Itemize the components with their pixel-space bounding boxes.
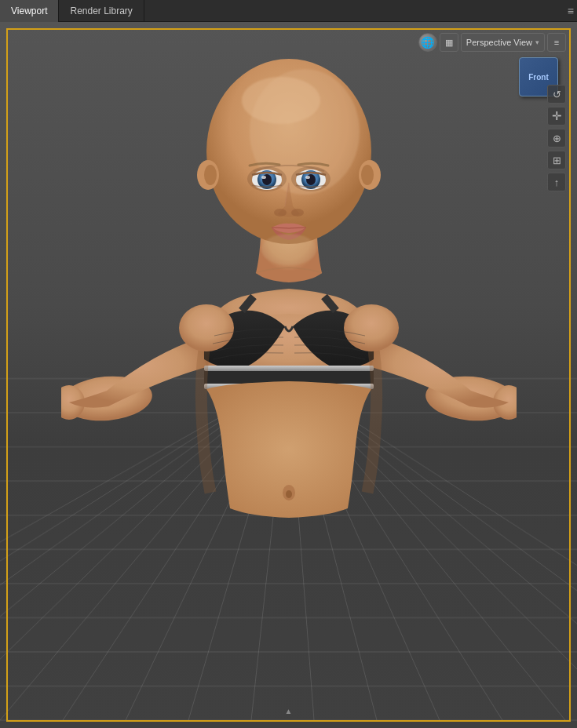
perspective-view-dropdown[interactable]: Perspective View ▾: [461, 33, 545, 52]
view-cube-label: Front: [528, 73, 549, 82]
bottom-indicator: ▲: [285, 707, 293, 715]
svg-point-17: [274, 209, 287, 217]
rotate-icon: ↺: [553, 89, 561, 100]
svg-point-6: [242, 77, 320, 124]
zoom-icon: ⊕: [553, 133, 561, 144]
tab-bar-menu-icon[interactable]: ≡: [568, 5, 574, 17]
tab-render-library-label: Render Library: [70, 5, 132, 16]
zoom-view-button[interactable]: ⊕: [547, 129, 566, 147]
chevron-down-icon: ▾: [535, 38, 539, 46]
tab-viewport-label: Viewport: [11, 5, 47, 16]
tab-bar: Viewport Render Library ≡: [0, 0, 577, 22]
top-right-controls: 🌐 ▦ Perspective View ▾ ≡ Front: [418, 33, 566, 107]
svg-point-12: [261, 176, 266, 179]
svg-point-21: [204, 165, 217, 185]
perspective-view-label: Perspective View: [466, 38, 532, 47]
side-nav-icons: ↺ ✛ ⊕ ⊞ ↑: [547, 85, 566, 191]
grid-icon-button[interactable]: ▦: [440, 33, 458, 52]
move-view-button[interactable]: ✛: [547, 107, 566, 126]
toolbar-row-top: 🌐 ▦ Perspective View ▾ ≡: [418, 33, 566, 52]
globe-icon: 🌐: [421, 36, 434, 49]
svg-point-19: [261, 234, 316, 265]
svg-point-23: [361, 165, 374, 185]
rotate-view-button[interactable]: ↺: [547, 85, 566, 104]
svg-rect-25: [204, 366, 374, 371]
up-view-button[interactable]: ↑: [547, 173, 566, 191]
svg-point-29: [179, 304, 234, 351]
svg-point-28: [286, 490, 292, 498]
figure-svg: [61, 38, 517, 720]
svg-point-18: [291, 209, 304, 217]
3d-figure: [61, 38, 517, 720]
viewport[interactable]: 🌐 ▦ Perspective View ▾ ≡ Front: [0, 22, 577, 728]
up-arrow-icon: ↑: [554, 177, 560, 188]
globe-icon-button[interactable]: 🌐: [418, 33, 437, 52]
move-icon: ✛: [552, 109, 562, 123]
menu-icon: ≡: [554, 38, 559, 47]
tab-render-library[interactable]: Render Library: [59, 0, 144, 22]
svg-point-16: [305, 176, 310, 179]
frame-view-button[interactable]: ⊞: [547, 151, 566, 169]
svg-point-30: [344, 304, 399, 351]
grid-icon: ▦: [445, 38, 453, 48]
viewport-menu-button[interactable]: ≡: [547, 33, 566, 52]
frame-icon: ⊞: [553, 155, 561, 166]
bottom-arrow-icon: ▲: [285, 707, 293, 715]
tab-viewport[interactable]: Viewport: [0, 0, 59, 22]
